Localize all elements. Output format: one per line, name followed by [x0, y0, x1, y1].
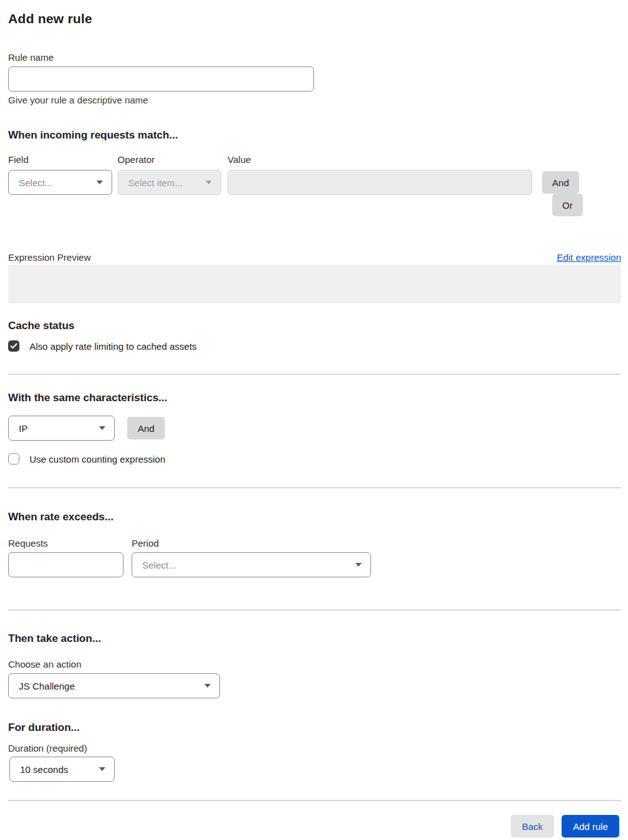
chevron-down-icon [99, 426, 105, 430]
section-divider [8, 609, 621, 611]
value-input [228, 170, 532, 195]
counting-expression-label: Use custom counting expression [29, 454, 165, 465]
rule-name-helper: Give your rule a descriptive name [8, 95, 621, 105]
duration-select-value: 10 seconds [20, 764, 68, 775]
characteristics-row: IP And [8, 416, 621, 441]
characteristics-and-button[interactable]: And [127, 417, 165, 439]
section-divider [8, 487, 621, 488]
expression-header: Expression Preview Edit expression [8, 252, 621, 263]
value-column: Value [228, 154, 532, 195]
operator-column: Operator Select item... [118, 154, 222, 195]
counting-expression-row: Use custom counting expression [8, 453, 621, 465]
add-rule-form: Add new rule Rule name Give your rule a … [0, 11, 628, 840]
operator-label: Operator [118, 154, 222, 166]
cache-status-heading: Cache status [8, 320, 621, 332]
characteristic-select[interactable]: IP [8, 416, 115, 441]
add-rule-button[interactable]: Add rule [562, 815, 619, 837]
rule-name-label: Rule name [8, 51, 621, 64]
match-builder-row: Field Select... Operator Select item... … [8, 154, 621, 216]
chevron-down-icon [206, 181, 212, 184]
expression-preview-label: Expression Preview [8, 252, 91, 263]
rate-heading: When rate exceeds... [8, 511, 621, 523]
match-heading: When incoming requests match... [8, 129, 621, 142]
characteristic-select-value: IP [19, 423, 28, 434]
and-button[interactable]: And [542, 171, 579, 194]
chevron-down-icon [204, 684, 211, 688]
action-select-value: JS Challenge [19, 681, 75, 691]
action-heading: Then take action... [8, 633, 621, 645]
duration-heading: For duration... [8, 722, 621, 734]
duration-select[interactable]: 10 seconds [9, 757, 115, 782]
action-select[interactable]: JS Challenge [8, 673, 220, 698]
characteristics-heading: With the same characteristics... [8, 392, 621, 404]
chevron-down-icon [99, 767, 105, 771]
requests-column: Requests [8, 537, 123, 577]
operator-select: Select item... [118, 170, 222, 195]
period-column: Period Select... [132, 537, 371, 577]
cache-checkbox-row: Also apply rate limiting to cached asset… [8, 340, 621, 352]
rule-name-input[interactable] [8, 66, 314, 92]
period-select[interactable]: Select... [132, 552, 371, 577]
period-label: Period [132, 537, 371, 550]
rate-row: Requests Period Select... [8, 537, 621, 577]
check-icon [10, 343, 18, 349]
or-button[interactable]: Or [552, 194, 583, 216]
cached-assets-checkbox[interactable] [8, 340, 19, 352]
field-select-value: Select... [19, 177, 53, 188]
footer-divider [8, 800, 621, 801]
chevron-down-icon [97, 181, 103, 184]
counting-expression-checkbox[interactable] [8, 453, 19, 465]
requests-label: Requests [8, 537, 123, 550]
field-label: Field [8, 154, 112, 166]
operator-select-value: Select item... [128, 177, 183, 188]
section-divider [8, 374, 621, 375]
rule-name-section: Rule name Give your rule a descriptive n… [8, 51, 621, 105]
field-select[interactable]: Select... [8, 170, 112, 195]
chevron-down-icon [355, 563, 362, 567]
page-title: Add new rule [8, 11, 621, 26]
footer-actions: Back Add rule [8, 815, 621, 837]
field-column: Field Select... [8, 154, 112, 195]
duration-label: Duration (required) [8, 742, 621, 755]
cached-assets-label: Also apply rate limiting to cached asset… [29, 341, 197, 352]
edit-expression-link[interactable]: Edit expression [557, 252, 621, 263]
value-label: Value [228, 154, 532, 166]
requests-input[interactable] [8, 552, 123, 577]
expression-preview-box [8, 265, 621, 303]
action-label: Choose an action [8, 658, 621, 671]
period-select-value: Select... [142, 560, 176, 570]
and-or-buttons: And Or [542, 171, 621, 216]
back-button[interactable]: Back [511, 815, 554, 837]
